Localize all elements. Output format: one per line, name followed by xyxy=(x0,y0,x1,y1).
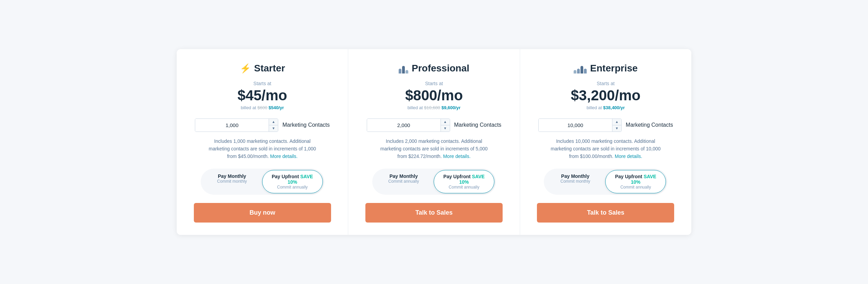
enterprise-contacts-row: ▲ ▼ Marketing Contacts xyxy=(532,118,679,132)
starter-starts-at: Starts at xyxy=(254,81,271,86)
professional-save-badge: SAVE 10% xyxy=(459,174,484,185)
starter-toggle-upfront-main: Pay Upfront SAVE 10% xyxy=(268,174,317,185)
enterprise-toggle-upfront[interactable]: Pay Upfront SAVE 10% Commit annually xyxy=(605,170,666,193)
enterprise-header: Enterprise xyxy=(574,63,638,74)
starter-arrow-down[interactable]: ▼ xyxy=(269,125,278,132)
enterprise-contacts-label: Marketing Contacts xyxy=(626,122,673,128)
enterprise-arrow-down[interactable]: ▼ xyxy=(612,125,621,132)
professional-contacts-row: ▲ ▼ Marketing Contacts xyxy=(361,118,507,132)
professional-price: $800/mo xyxy=(405,88,463,103)
enterprise-save-badge: SAVE 10% xyxy=(631,174,656,185)
plan-starter: ⚡ Starter Starts at $45/mo billed at $60… xyxy=(177,49,348,235)
enterprise-contacts-field[interactable] xyxy=(539,119,612,132)
enterprise-payment-toggle: Pay Monthly Commit monthly Pay Upfront S… xyxy=(544,169,667,195)
starter-header: ⚡ Starter xyxy=(240,63,285,74)
professional-toggle-upfront-sub: Commit annually xyxy=(439,185,489,190)
starter-more-details[interactable]: More details. xyxy=(270,154,297,159)
starter-contacts-label: Marketing Contacts xyxy=(282,122,330,128)
starter-toggle-monthly-main: Pay Monthly xyxy=(208,173,257,179)
starter-save-badge: SAVE 10% xyxy=(288,174,313,185)
starter-arrows: ▲ ▼ xyxy=(269,119,278,132)
enterprise-arrows: ▲ ▼ xyxy=(612,119,621,132)
professional-toggle-upfront[interactable]: Pay Upfront SAVE 10% Commit annually xyxy=(434,170,494,193)
professional-icon xyxy=(399,63,408,73)
starter-price: $45/mo xyxy=(237,88,287,103)
plan-professional: Professional Starts at $800/mo billed at… xyxy=(348,49,520,235)
starter-title: Starter xyxy=(254,63,285,74)
starter-toggle-upfront-sub: Commit annually xyxy=(268,185,317,190)
starter-toggle-monthly[interactable]: Pay Monthly Commit monthly xyxy=(202,170,262,193)
starter-payment-toggle: Pay Monthly Commit monthly Pay Upfront S… xyxy=(201,169,324,195)
enterprise-description: Includes 10,000 marketing contacts. Addi… xyxy=(547,137,664,160)
starter-contacts-input[interactable]: ▲ ▼ xyxy=(195,118,278,132)
professional-contacts-input[interactable]: ▲ ▼ xyxy=(367,118,450,132)
professional-toggle-monthly-sub: Commit annually xyxy=(379,179,428,184)
starter-contacts-field[interactable] xyxy=(195,119,269,132)
enterprise-title: Enterprise xyxy=(590,63,638,74)
professional-arrows: ▲ ▼ xyxy=(441,119,450,132)
enterprise-billed: billed at $38,400/yr xyxy=(587,105,625,110)
enterprise-contacts-input[interactable]: ▲ ▼ xyxy=(538,118,622,132)
professional-title: Professional xyxy=(412,63,469,74)
professional-billed: billed at $10,680 $9,600/yr xyxy=(408,105,461,110)
enterprise-desc-text: Includes 10,000 marketing contacts. Addi… xyxy=(551,138,661,159)
starter-toggle-upfront[interactable]: Pay Upfront SAVE 10% Commit annually xyxy=(262,170,323,193)
professional-contacts-label: Marketing Contacts xyxy=(454,122,502,128)
enterprise-arrow-up[interactable]: ▲ xyxy=(612,119,621,125)
enterprise-more-details[interactable]: More details. xyxy=(615,154,642,159)
starter-billed-label: billed at xyxy=(241,105,256,110)
professional-toggle-monthly-main: Pay Monthly xyxy=(379,173,428,179)
starter-billed-value: $540/yr xyxy=(269,105,284,110)
starter-desc-text: Includes 1,000 marketing contacts. Addit… xyxy=(209,138,316,159)
professional-contacts-field[interactable] xyxy=(367,119,441,132)
enterprise-price: $3,200/mo xyxy=(571,88,641,103)
starter-strikethrough: $600 xyxy=(257,105,267,110)
professional-toggle-upfront-main: Pay Upfront SAVE 10% xyxy=(439,174,489,185)
starter-icon: ⚡ xyxy=(240,63,251,74)
professional-arrow-down[interactable]: ▼ xyxy=(441,125,450,132)
plan-enterprise: Enterprise Starts at $3,200/mo billed at… xyxy=(520,49,691,235)
professional-starts-at: Starts at xyxy=(425,81,443,86)
enterprise-toggle-upfront-main: Pay Upfront SAVE 10% xyxy=(611,174,660,185)
starter-billed: billed at $600 $540/yr xyxy=(241,105,284,110)
professional-strikethrough: $10,680 xyxy=(424,105,440,110)
enterprise-toggle-monthly[interactable]: Pay Monthly Commit monthly xyxy=(545,170,605,193)
professional-cta[interactable]: Talk to Sales xyxy=(365,203,503,223)
professional-more-details[interactable]: More details. xyxy=(443,154,470,159)
enterprise-toggle-monthly-sub: Commit monthly xyxy=(551,179,600,184)
starter-arrow-up[interactable]: ▲ xyxy=(269,119,278,125)
enterprise-starts-at: Starts at xyxy=(597,81,614,86)
starter-toggle-monthly-sub: Commit monthly xyxy=(208,179,257,184)
starter-cta[interactable]: Buy now xyxy=(194,203,331,223)
starter-contacts-row: ▲ ▼ Marketing Contacts xyxy=(189,118,336,132)
professional-payment-toggle: Pay Monthly Commit annually Pay Upfront … xyxy=(372,169,496,195)
professional-desc-text: Includes 2,000 marketing contacts. Addit… xyxy=(380,138,488,159)
professional-toggle-monthly[interactable]: Pay Monthly Commit annually xyxy=(374,170,434,193)
pricing-container: ⚡ Starter Starts at $45/mo billed at $60… xyxy=(177,49,691,235)
enterprise-cta[interactable]: Talk to Sales xyxy=(537,203,674,223)
enterprise-billed-label: billed at xyxy=(587,105,602,110)
enterprise-toggle-monthly-main: Pay Monthly xyxy=(551,173,600,179)
starter-description: Includes 1,000 marketing contacts. Addit… xyxy=(204,137,321,160)
enterprise-billed-value: $38,400/yr xyxy=(603,105,625,110)
professional-header: Professional xyxy=(399,63,469,74)
enterprise-toggle-upfront-sub: Commit annually xyxy=(611,185,660,190)
enterprise-icon xyxy=(574,63,587,73)
professional-billed-label: billed at xyxy=(408,105,423,110)
professional-arrow-up[interactable]: ▲ xyxy=(441,119,450,125)
professional-billed-value: $9,600/yr xyxy=(442,105,461,110)
professional-description: Includes 2,000 marketing contacts. Addit… xyxy=(376,137,492,160)
